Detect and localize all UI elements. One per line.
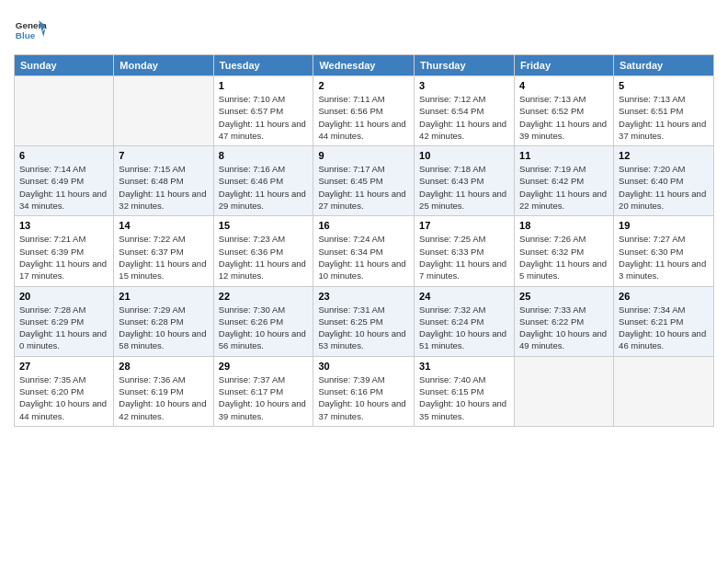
day-content: Sunrise: 7:30 AMSunset: 6:26 PMDaylight:…: [219, 304, 309, 352]
calendar-cell: 11Sunrise: 7:19 AMSunset: 6:42 PMDayligh…: [515, 146, 614, 216]
calendar-cell: 12Sunrise: 7:20 AMSunset: 6:40 PMDayligh…: [614, 146, 714, 216]
calendar-cell: 19Sunrise: 7:27 AMSunset: 6:30 PMDayligh…: [614, 216, 714, 286]
day-content: Sunrise: 7:21 AMSunset: 6:39 PMDaylight:…: [19, 233, 108, 282]
day-number: 3: [419, 80, 509, 91]
day-number: 11: [519, 150, 609, 161]
day-content: Sunrise: 7:24 AMSunset: 6:34 PMDaylight:…: [318, 233, 409, 282]
calendar-cell: [114, 76, 213, 146]
calendar-cell: 21Sunrise: 7:29 AMSunset: 6:28 PMDayligh…: [114, 286, 213, 356]
day-content: Sunrise: 7:33 AMSunset: 6:22 PMDaylight:…: [519, 304, 609, 352]
day-number: 14: [119, 220, 208, 231]
weekday-header-sunday: Sunday: [15, 55, 114, 76]
day-number: 2: [318, 80, 409, 91]
weekday-header-monday: Monday: [114, 55, 213, 76]
day-number: 23: [318, 291, 409, 302]
calendar-cell: 13Sunrise: 7:21 AMSunset: 6:39 PMDayligh…: [15, 216, 114, 286]
day-content: Sunrise: 7:13 AMSunset: 6:52 PMDaylight:…: [519, 93, 609, 142]
day-content: Sunrise: 7:13 AMSunset: 6:51 PMDaylight:…: [619, 93, 709, 142]
day-number: 28: [119, 361, 208, 372]
day-content: Sunrise: 7:32 AMSunset: 6:24 PMDaylight:…: [419, 304, 509, 352]
day-content: Sunrise: 7:19 AMSunset: 6:42 PMDaylight:…: [519, 163, 609, 212]
calendar-cell: 29Sunrise: 7:37 AMSunset: 6:17 PMDayligh…: [213, 356, 313, 426]
calendar-body: 1Sunrise: 7:10 AMSunset: 6:57 PMDaylight…: [15, 76, 714, 427]
day-content: Sunrise: 7:27 AMSunset: 6:30 PMDaylight:…: [619, 233, 709, 282]
logo-icon: General Blue: [14, 14, 47, 47]
day-number: 20: [19, 291, 108, 302]
day-content: Sunrise: 7:12 AMSunset: 6:54 PMDaylight:…: [419, 93, 509, 142]
day-number: 19: [619, 220, 709, 231]
day-number: 7: [119, 150, 208, 161]
calendar-cell: 15Sunrise: 7:23 AMSunset: 6:36 PMDayligh…: [213, 216, 313, 286]
day-content: Sunrise: 7:25 AMSunset: 6:33 PMDaylight:…: [419, 233, 509, 282]
day-number: 31: [419, 361, 509, 372]
day-content: Sunrise: 7:39 AMSunset: 6:16 PMDaylight:…: [318, 373, 409, 422]
logo: General Blue: [14, 14, 47, 47]
calendar-cell: 7Sunrise: 7:15 AMSunset: 6:48 PMDaylight…: [114, 146, 213, 216]
day-number: 24: [419, 291, 509, 302]
calendar-cell: 17Sunrise: 7:25 AMSunset: 6:33 PMDayligh…: [415, 216, 515, 286]
header: General Blue: [14, 14, 714, 47]
calendar-cell: 16Sunrise: 7:24 AMSunset: 6:34 PMDayligh…: [313, 216, 415, 286]
calendar-cell: 27Sunrise: 7:35 AMSunset: 6:20 PMDayligh…: [15, 356, 114, 426]
day-number: 12: [619, 150, 709, 161]
day-number: 8: [219, 150, 309, 161]
day-content: Sunrise: 7:10 AMSunset: 6:57 PMDaylight:…: [219, 93, 309, 142]
calendar-cell: 8Sunrise: 7:16 AMSunset: 6:46 PMDaylight…: [213, 146, 313, 216]
day-content: Sunrise: 7:23 AMSunset: 6:36 PMDaylight:…: [219, 233, 309, 282]
day-number: 27: [19, 361, 108, 372]
calendar-cell: 22Sunrise: 7:30 AMSunset: 6:26 PMDayligh…: [213, 286, 313, 356]
day-content: Sunrise: 7:14 AMSunset: 6:49 PMDaylight:…: [19, 163, 108, 212]
svg-text:Blue: Blue: [16, 30, 36, 40]
calendar-cell: 10Sunrise: 7:18 AMSunset: 6:43 PMDayligh…: [415, 146, 515, 216]
calendar-cell: 20Sunrise: 7:28 AMSunset: 6:29 PMDayligh…: [15, 286, 114, 356]
calendar-week-4: 20Sunrise: 7:28 AMSunset: 6:29 PMDayligh…: [15, 286, 714, 356]
day-content: Sunrise: 7:26 AMSunset: 6:32 PMDaylight:…: [519, 233, 609, 282]
calendar-cell: 6Sunrise: 7:14 AMSunset: 6:49 PMDaylight…: [15, 146, 114, 216]
day-number: 30: [318, 361, 409, 372]
day-number: 5: [619, 80, 709, 91]
day-content: Sunrise: 7:28 AMSunset: 6:29 PMDaylight:…: [19, 304, 108, 352]
day-content: Sunrise: 7:15 AMSunset: 6:48 PMDaylight:…: [119, 163, 208, 212]
calendar-cell: [614, 356, 714, 426]
weekday-header-tuesday: Tuesday: [213, 55, 313, 76]
day-content: Sunrise: 7:20 AMSunset: 6:40 PMDaylight:…: [619, 163, 709, 212]
day-number: 9: [318, 150, 409, 161]
calendar-cell: 30Sunrise: 7:39 AMSunset: 6:16 PMDayligh…: [313, 356, 415, 426]
day-number: 21: [119, 291, 208, 302]
day-number: 25: [519, 291, 609, 302]
day-content: Sunrise: 7:34 AMSunset: 6:21 PMDaylight:…: [619, 304, 709, 352]
calendar-cell: 4Sunrise: 7:13 AMSunset: 6:52 PMDaylight…: [515, 76, 614, 146]
calendar-cell: 23Sunrise: 7:31 AMSunset: 6:25 PMDayligh…: [313, 286, 415, 356]
calendar-table: SundayMondayTuesdayWednesdayThursdayFrid…: [14, 54, 714, 427]
calendar-cell: 18Sunrise: 7:26 AMSunset: 6:32 PMDayligh…: [515, 216, 614, 286]
day-content: Sunrise: 7:18 AMSunset: 6:43 PMDaylight:…: [419, 163, 509, 212]
day-number: 22: [219, 291, 309, 302]
calendar-cell: 14Sunrise: 7:22 AMSunset: 6:37 PMDayligh…: [114, 216, 213, 286]
calendar-cell: [15, 76, 114, 146]
day-number: 10: [419, 150, 509, 161]
calendar-cell: 25Sunrise: 7:33 AMSunset: 6:22 PMDayligh…: [515, 286, 614, 356]
calendar-cell: 9Sunrise: 7:17 AMSunset: 6:45 PMDaylight…: [313, 146, 415, 216]
calendar-header-row: SundayMondayTuesdayWednesdayThursdayFrid…: [15, 55, 714, 76]
day-content: Sunrise: 7:40 AMSunset: 6:15 PMDaylight:…: [419, 373, 509, 422]
day-number: 6: [19, 150, 108, 161]
day-number: 29: [219, 361, 309, 372]
day-number: 13: [19, 220, 108, 231]
day-content: Sunrise: 7:35 AMSunset: 6:20 PMDaylight:…: [19, 373, 108, 422]
day-number: 15: [219, 220, 309, 231]
day-content: Sunrise: 7:17 AMSunset: 6:45 PMDaylight:…: [318, 163, 409, 212]
day-content: Sunrise: 7:11 AMSunset: 6:56 PMDaylight:…: [318, 93, 409, 142]
calendar-week-3: 13Sunrise: 7:21 AMSunset: 6:39 PMDayligh…: [15, 216, 714, 286]
day-content: Sunrise: 7:31 AMSunset: 6:25 PMDaylight:…: [318, 304, 409, 352]
weekday-header-thursday: Thursday: [415, 55, 515, 76]
calendar-cell: 3Sunrise: 7:12 AMSunset: 6:54 PMDaylight…: [415, 76, 515, 146]
weekday-header-wednesday: Wednesday: [313, 55, 415, 76]
day-content: Sunrise: 7:22 AMSunset: 6:37 PMDaylight:…: [119, 233, 208, 282]
calendar-cell: 26Sunrise: 7:34 AMSunset: 6:21 PMDayligh…: [614, 286, 714, 356]
day-number: 17: [419, 220, 509, 231]
calendar-cell: 1Sunrise: 7:10 AMSunset: 6:57 PMDaylight…: [213, 76, 313, 146]
calendar-week-5: 27Sunrise: 7:35 AMSunset: 6:20 PMDayligh…: [15, 356, 714, 426]
calendar-week-1: 1Sunrise: 7:10 AMSunset: 6:57 PMDaylight…: [15, 76, 714, 146]
calendar-cell: 28Sunrise: 7:36 AMSunset: 6:19 PMDayligh…: [114, 356, 213, 426]
calendar-cell: 31Sunrise: 7:40 AMSunset: 6:15 PMDayligh…: [415, 356, 515, 426]
